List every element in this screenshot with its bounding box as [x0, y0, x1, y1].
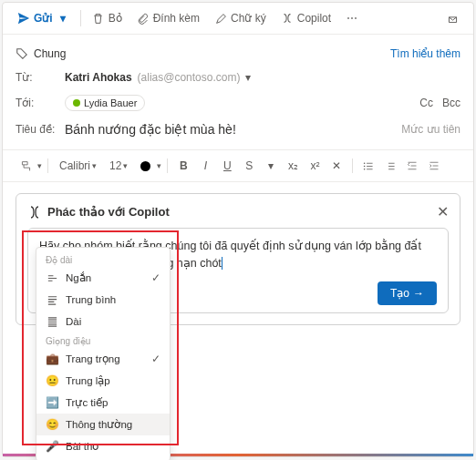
tone-icon: ➡️	[46, 396, 58, 409]
close-button[interactable]: ✕	[437, 203, 449, 220]
tag-icon	[16, 47, 28, 60]
svg-point-1	[364, 165, 366, 167]
from-label: Từ:	[16, 71, 65, 84]
from-email: (alias@contoso.com)	[138, 71, 241, 84]
send-icon	[17, 12, 30, 25]
color-dot-icon	[140, 161, 150, 171]
tone-option-2[interactable]: ➡️Trực tiếp	[36, 392, 170, 414]
clear-format-button[interactable]: ✕	[326, 156, 347, 176]
learn-more-link[interactable]: Tìm hiểu thêm	[390, 47, 460, 60]
tag-label[interactable]: Chung	[34, 47, 66, 60]
discard-button[interactable]: Bỏ	[87, 8, 128, 28]
copilot-card-title: Phác thảo với Copilot	[47, 205, 170, 219]
generate-button[interactable]: Tạo →	[378, 281, 437, 305]
tone-icon: 😐	[46, 374, 58, 387]
ellipsis-icon: ⋯	[346, 12, 358, 25]
sup-button[interactable]: x²	[305, 156, 325, 176]
tone-option-1[interactable]: 😐Trung lập	[36, 370, 170, 392]
trash-icon	[92, 12, 105, 25]
adjust-dropdown: Độ dài Ngắn✓Trung bìnhDài Giọng điệu 💼Tr…	[36, 247, 171, 460]
more-button[interactable]: ⋯	[340, 8, 364, 28]
font-select[interactable]: Calibri▾	[54, 156, 102, 176]
recipient-pill[interactable]: Lydia Bauer	[65, 95, 145, 111]
popout-button[interactable]	[440, 8, 464, 28]
check-icon: ✓	[151, 353, 160, 365]
separator	[352, 158, 353, 173]
highlight-button[interactable]: ▾	[261, 156, 281, 176]
compose-window: Gửi ▾ Bỏ Đính kèm Chữ ký Copilot	[2, 2, 474, 457]
to-row: Tới: Lydia Bauer Cc Bcc	[16, 89, 460, 117]
size-select[interactable]: 12▾	[104, 156, 133, 176]
check-icon: ✓	[151, 271, 160, 284]
paperclip-icon	[137, 12, 150, 25]
tag-row: Chung Tìm hiểu thêm	[16, 42, 460, 66]
to-label: Tới:	[16, 97, 65, 109]
send-label: Gửi	[34, 12, 53, 25]
signature-button[interactable]: Chữ ký	[209, 8, 272, 28]
subject-row: Tiêu đề: Bánh nướng đặc biệt mùa hè! Mức…	[16, 117, 460, 142]
indent-button[interactable]	[424, 156, 444, 176]
from-name[interactable]: Katri Ahokas	[65, 71, 132, 84]
length-icon	[46, 293, 58, 306]
underline-button[interactable]: U	[217, 156, 237, 176]
outdent-button[interactable]	[402, 156, 422, 176]
priority-button[interactable]: Mức ưu tiên	[401, 123, 460, 136]
pen-icon	[214, 12, 227, 25]
discard-label: Bỏ	[109, 12, 122, 25]
copilot-button[interactable]: Copilot	[275, 8, 336, 28]
chevron-down-icon: ▾	[57, 12, 69, 25]
tone-option-0[interactable]: 💼Trang trọng✓	[36, 348, 170, 370]
sub-button[interactable]: x₂	[283, 156, 303, 176]
copilot-card-icon	[27, 205, 42, 220]
length-icon	[46, 271, 58, 284]
text-cursor	[222, 257, 222, 270]
tone-section-label: Giọng điệu	[36, 332, 170, 348]
arrow-right-icon: →	[413, 287, 424, 300]
presence-dot-icon	[73, 99, 80, 107]
format-toolbar: ▾ Calibri▾ 12▾ ▾ B I U S ▾ x₂ x² ✕	[3, 149, 473, 182]
separator	[47, 158, 48, 173]
length-option-2[interactable]: Dài	[36, 311, 170, 332]
subject-label: Tiêu đề:	[16, 123, 65, 136]
format-painter-button[interactable]	[16, 156, 36, 176]
toolbar-separator	[80, 10, 81, 26]
length-section-label: Độ dài	[36, 251, 170, 267]
from-chevron-icon[interactable]: ▾	[245, 71, 251, 84]
from-row: Từ: Katri Ahokas (alias@contoso.com) ▾	[16, 66, 460, 89]
signature-label: Chữ ký	[231, 12, 266, 25]
subject-input[interactable]: Bánh nướng đặc biệt mùa hè!	[65, 122, 396, 137]
cc-button[interactable]: Cc	[419, 97, 433, 109]
svg-point-0	[364, 162, 366, 164]
separator	[167, 158, 168, 173]
tone-option-3[interactable]: 😊Thông thường	[36, 414, 170, 435]
recipient-name: Lydia Bauer	[84, 97, 137, 108]
color-button[interactable]	[135, 156, 155, 176]
main-toolbar: Gửi ▾ Bỏ Đính kèm Chữ ký Copilot	[3, 3, 473, 35]
bullets-button[interactable]	[358, 156, 378, 176]
popout-icon	[446, 12, 459, 25]
tone-icon: 💼	[46, 353, 58, 365]
length-option-1[interactable]: Trung bình	[36, 289, 170, 311]
copilot-icon	[281, 12, 294, 25]
strike-button[interactable]: S	[239, 156, 259, 176]
italic-button[interactable]: I	[195, 156, 215, 176]
attach-button[interactable]: Đính kèm	[131, 8, 205, 28]
numbers-button[interactable]	[380, 156, 400, 176]
tone-option-4[interactable]: 🎤Bài thơ	[36, 435, 170, 457]
tone-icon: 🎤	[46, 440, 58, 453]
bcc-button[interactable]: Bcc	[442, 97, 460, 109]
bold-button[interactable]: B	[173, 156, 193, 176]
send-button[interactable]: Gửi ▾	[12, 8, 75, 28]
length-option-0[interactable]: Ngắn✓	[36, 267, 170, 289]
copilot-label: Copilot	[297, 12, 331, 25]
length-icon	[46, 315, 58, 328]
header-fields: Chung Tìm hiểu thêm Từ: Katri Ahokas (al…	[3, 35, 473, 149]
attach-label: Đính kèm	[153, 12, 200, 25]
svg-point-2	[364, 168, 366, 169]
tone-icon: 😊	[46, 418, 58, 431]
